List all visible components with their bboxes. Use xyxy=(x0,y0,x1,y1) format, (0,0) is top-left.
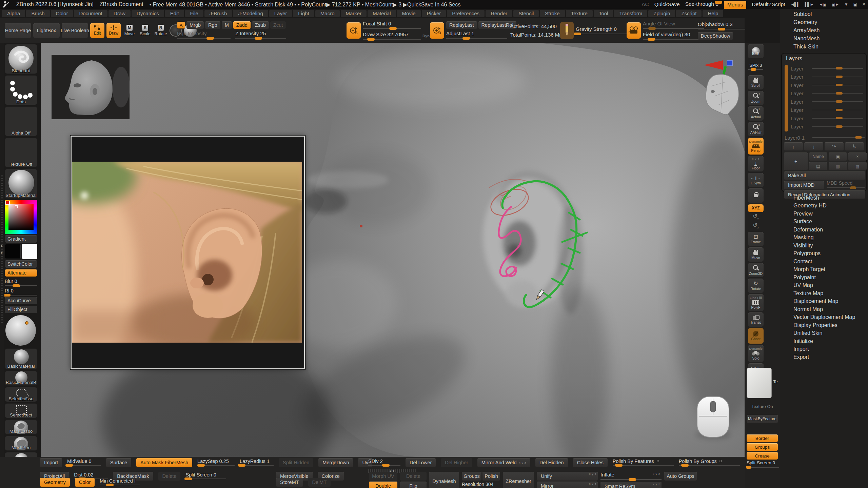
bottom-control[interactable]: LazyStep 0.25x y z xyxy=(197,458,235,467)
bpr-button[interactable]: BPR xyxy=(748,44,764,58)
polish-button[interactable]: Polish xyxy=(482,472,500,481)
layer-intensity-slider[interactable] xyxy=(812,84,863,86)
ac-toggle[interactable]: AC xyxy=(642,1,649,7)
layer-intensity-slider[interactable] xyxy=(812,92,863,95)
resolution-slider[interactable]: Resolution 304 xyxy=(462,482,500,488)
layer-intensity-slider[interactable] xyxy=(812,76,863,78)
mask-by-feature-button[interactable]: MaskByFeature xyxy=(747,415,778,423)
inflate-slider[interactable]: Inflate x y z xyxy=(600,472,662,481)
menu-item[interactable]: Marker xyxy=(341,10,367,17)
menu-item[interactable]: Stroke xyxy=(540,10,565,17)
zadd-button[interactable]: Zadd xyxy=(233,21,251,29)
layer-intensity-slider[interactable] xyxy=(812,125,863,128)
texture-thumbnail[interactable]: Te xyxy=(747,368,778,398)
layer-intensity-slider[interactable] xyxy=(812,100,863,103)
default-zscript-button[interactable]: DefaultZScript xyxy=(752,1,785,7)
dynamic-draw-size-d-icon[interactable]: D xyxy=(430,22,444,39)
layer-duplicate-icon[interactable]: ▣ xyxy=(829,152,847,161)
mrgb-button[interactable]: Mrgb xyxy=(186,21,204,29)
color-sphere-picker[interactable] xyxy=(5,314,37,347)
palette-section[interactable]: Vector Displacement Map xyxy=(780,313,868,322)
layers-title[interactable]: Layers xyxy=(782,54,866,62)
mdd-speed-slider[interactable]: MDD Speed xyxy=(827,180,865,189)
rotate-z-button[interactable]: ↺z xyxy=(748,223,764,230)
solo-button[interactable]: Dynamic Solo xyxy=(748,345,764,362)
bottom-control[interactable]: DelMT xyxy=(308,478,331,487)
layer-name-button[interactable]: Name xyxy=(809,152,827,161)
ghost-button[interactable]: Ghost xyxy=(748,328,764,344)
palette-section[interactable]: Export xyxy=(780,353,868,361)
palette-section[interactable]: Displacement Map xyxy=(780,298,868,306)
palette-section[interactable]: Polypaint xyxy=(780,273,868,282)
import-mdd-button[interactable]: Import MDD xyxy=(784,181,824,189)
bottom-control[interactable]: Del Hiddenx y z xyxy=(535,458,568,467)
gravity-strength-slider[interactable]: Gravity Strength 0 xyxy=(576,26,632,35)
camera-lock-button[interactable] xyxy=(748,188,764,203)
bottom-control[interactable]: Importx y z xyxy=(40,458,62,467)
palette-section[interactable]: Subtool xyxy=(780,10,868,18)
window-prev-icon[interactable]: ◄▣ xyxy=(819,2,826,7)
adjust-last-slider[interactable]: AdjustLast 1 xyxy=(446,30,507,40)
rgb-button[interactable]: Rgb xyxy=(205,21,220,29)
palette-section[interactable]: Visibility xyxy=(780,242,868,250)
see-through-slider[interactable]: See-through 0 xyxy=(685,1,718,8)
menu-item[interactable]: Alpha xyxy=(2,10,25,17)
unify-button[interactable]: Unifyx y z xyxy=(537,472,598,481)
bottom-control[interactable]: Geometry xyxy=(40,478,70,487)
menu-item[interactable]: Dynamics xyxy=(132,10,164,17)
select-lasso-brush[interactable]: SelectLasso xyxy=(5,387,37,402)
menu-item[interactable]: Brush xyxy=(26,10,50,17)
split-screen-slider[interactable]: Split Screen 0 xyxy=(747,460,779,469)
layer-intensity-slider[interactable] xyxy=(812,117,863,120)
menu-item[interactable]: Tool xyxy=(594,10,613,17)
zsub-button[interactable]: Zsub xyxy=(252,21,269,29)
alpha-off[interactable]: Alpha Off xyxy=(5,106,37,136)
texture-off[interactable]: Texture Off xyxy=(5,138,37,167)
active-layer-row[interactable]: Layer0-1 xyxy=(785,134,865,142)
bottom-control[interactable]: SDiv 2x y z xyxy=(368,458,400,467)
fill-object-button[interactable]: FillObject xyxy=(5,306,37,313)
menu-item[interactable]: J-Modeling xyxy=(233,10,268,17)
floor-button[interactable]: x y z ↓ Floor xyxy=(748,156,764,171)
camera-button[interactable] xyxy=(627,22,641,39)
palette-section[interactable]: Normal Map xyxy=(780,305,868,313)
palette-section[interactable]: Morph Target xyxy=(780,266,868,274)
minimize-icon[interactable]: ▼ xyxy=(844,2,848,7)
palette-section[interactable]: Display Properties xyxy=(780,321,868,329)
palette-section[interactable]: UV Map xyxy=(780,282,868,290)
z-intensity-slider[interactable]: Z Intensity 25 xyxy=(235,30,286,40)
bottom-control[interactable]: Split Screen 0x y z xyxy=(185,472,226,481)
accucurve-button[interactable]: AccuCurve xyxy=(5,297,37,304)
frame-button[interactable]: ⊡ Frame xyxy=(748,232,764,246)
stroke-dots[interactable]: Dots xyxy=(5,75,37,105)
double-button[interactable]: Double xyxy=(369,482,397,488)
document-canvas[interactable] xyxy=(41,43,745,457)
blur-slider[interactable]: Blur 0 xyxy=(5,278,37,286)
actual-button[interactable]: x1 Actual xyxy=(748,106,764,121)
main-color-swatch[interactable] xyxy=(5,244,21,259)
angle-of-view-slider[interactable]: Angle Of View xyxy=(643,21,704,30)
spix-slider[interactable]: SPix 3 xyxy=(748,60,764,74)
layer-row[interactable]: Layer xyxy=(791,64,863,73)
obj-shadow-slider[interactable]: ObjShadow 0.3 xyxy=(698,21,745,30)
menu-item[interactable]: Render xyxy=(486,10,512,17)
rf-slider[interactable]: Rf 0 xyxy=(5,287,37,296)
quicksave-button[interactable]: QuickSave xyxy=(654,1,680,7)
rotate-y-button[interactable]: ↺y xyxy=(748,214,764,221)
layer-merge2-icon[interactable]: ▥ xyxy=(829,162,847,170)
hue-selector[interactable] xyxy=(5,201,10,205)
layer-delete-icon[interactable]: × xyxy=(848,152,867,161)
smart-resym-button[interactable]: Smart ReSymx y z xyxy=(600,482,662,488)
doc-nav-left-icon[interactable]: ◄▌▌ xyxy=(791,2,800,7)
scale-mode-button[interactable]: S Scale xyxy=(138,25,152,36)
brush-standard[interactable]: Standard xyxy=(5,44,37,74)
zoom3d-button[interactable]: Zoom3D xyxy=(748,263,764,277)
bottom-control[interactable]: Polish By Groupsx y z xyxy=(679,458,740,467)
sv-selector[interactable] xyxy=(15,205,18,208)
menu-item[interactable]: Document xyxy=(74,10,107,17)
gradient-button[interactable]: Gradient xyxy=(5,235,37,243)
groups-button[interactable]: Groups xyxy=(747,443,778,451)
menu-item[interactable]: File xyxy=(185,10,203,17)
doc-nav-right-icon[interactable]: ▌▌► xyxy=(805,2,814,7)
new-layer-button[interactable]: + xyxy=(784,152,808,170)
